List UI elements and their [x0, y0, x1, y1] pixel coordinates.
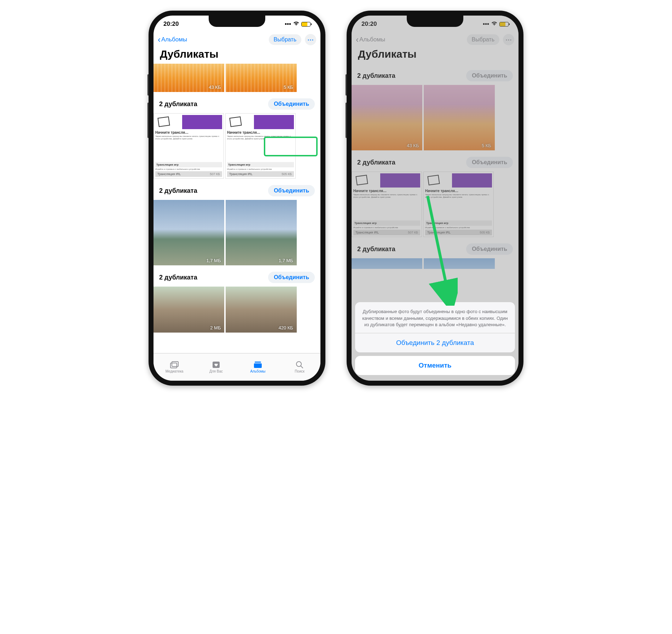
group-header: 2 дубликата Объединить [153, 179, 320, 200]
back-label: Альбомы [161, 36, 187, 43]
group-count: 2 дубликата [159, 274, 197, 281]
thumbnail[interactable]: 43 КБ [153, 64, 224, 92]
tab-media[interactable]: Медиатека [153, 353, 195, 381]
svg-rect-4 [254, 363, 262, 368]
sheet-merge-button[interactable]: Объединить 2 дубликата [355, 333, 515, 352]
notch [407, 16, 463, 27]
thumbnail[interactable]: 1,7 МБ [226, 200, 296, 265]
status-time: 20:20 [163, 21, 179, 28]
thumbnail[interactable]: 1,7 МБ [153, 200, 224, 265]
screen-left: 20:20 ▪▪▪ ‹ Альбомы Выбрать ⋯ Дубликаты [153, 16, 320, 381]
chevron-left-icon: ‹ [158, 35, 161, 44]
file-size: 1,7 МБ [279, 258, 293, 263]
more-button[interactable]: ⋯ [305, 34, 316, 45]
merge-button[interactable]: Объединить [268, 185, 315, 196]
doc-title: Начните трансля… [227, 131, 294, 134]
group-header: 2 дубликата Объединить [153, 92, 320, 113]
tab-label: Поиск [295, 369, 305, 373]
content-scroll[interactable]: 43 КБ 5 КБ 2 дубликата Объединить Начнит… [153, 64, 320, 353]
heart-icon [212, 361, 221, 369]
svg-rect-0 [170, 363, 177, 368]
tab-search[interactable]: Поиск [279, 353, 320, 381]
group-count: 2 дубликата [159, 100, 197, 108]
action-sheet: Дублированные фото будут объединены в од… [355, 302, 515, 375]
file-size: 5 КБ [284, 85, 293, 90]
svg-rect-1 [172, 362, 178, 367]
merge-button[interactable]: Объединить [268, 98, 315, 110]
file-size: 507 КБ [210, 172, 220, 176]
thumbnail[interactable]: 5 КБ [226, 64, 296, 92]
thumbnail-doc[interactable]: Начните трансля… Через несколько секунд … [225, 113, 296, 179]
thumbnail[interactable]: 420 КБ [226, 287, 296, 333]
sheet-cancel-button[interactable]: Отменить [355, 356, 515, 375]
thumbnail[interactable]: 2 МБ [153, 287, 224, 333]
tab-label: Альбомы [250, 369, 265, 373]
doc-section: Трансляция игр [227, 162, 294, 167]
file-size: 420 КБ [278, 325, 293, 330]
battery-icon [301, 22, 311, 27]
doc-section: Трансляция игр [155, 162, 222, 167]
file-size: 2 МБ [210, 325, 221, 330]
more-icon: ⋯ [307, 36, 314, 44]
sheet-card: Дублированные фото будут объединены в од… [355, 302, 515, 352]
screen-right: 20:20 ▪▪▪ ‹ Альбомы Выбрать ⋯ Дубликаты [352, 16, 519, 381]
status-icons: ▪▪▪ [285, 21, 311, 28]
nav-bar: ‹ Альбомы Выбрать ⋯ [153, 33, 320, 47]
tab-albums[interactable]: Альбомы [237, 353, 279, 381]
svg-rect-3 [255, 362, 261, 363]
back-button[interactable]: ‹ Альбомы [158, 35, 187, 44]
tab-bar: Медиатека Для Вас Альбомы Поиск [153, 353, 320, 381]
phone-right: 20:20 ▪▪▪ ‹ Альбомы Выбрать ⋯ Дубликаты [347, 11, 523, 386]
notch [209, 16, 265, 27]
cellular-icon: ▪▪▪ [285, 21, 291, 28]
select-button[interactable]: Выбрать [269, 34, 301, 45]
svg-line-6 [301, 366, 303, 368]
phone-left: 20:20 ▪▪▪ ‹ Альбомы Выбрать ⋯ Дубликаты [149, 11, 325, 386]
file-size: 43 КБ [209, 85, 221, 90]
albums-icon [253, 361, 262, 369]
wifi-icon [293, 21, 299, 28]
merge-button[interactable]: Объединить [268, 272, 315, 283]
group-count: 2 дубликата [159, 187, 197, 195]
page-title: Дубликаты [153, 47, 320, 64]
search-icon [295, 361, 304, 369]
file-size: 1,7 МБ [206, 258, 221, 263]
tab-foryou[interactable]: Для Вас [195, 353, 237, 381]
file-size: 505 КБ [282, 172, 292, 176]
tab-label: Для Вас [209, 369, 223, 373]
tab-label: Медиатека [166, 369, 184, 373]
doc-title: Начните трансля… [155, 131, 222, 134]
sheet-message: Дублированные фото будут объединены в од… [355, 302, 515, 333]
group-header: 2 дубликата Объединить [153, 265, 320, 287]
thumbnail-doc[interactable]: Начните трансля… Через несколько секунд … [153, 113, 224, 179]
library-icon [170, 361, 179, 369]
